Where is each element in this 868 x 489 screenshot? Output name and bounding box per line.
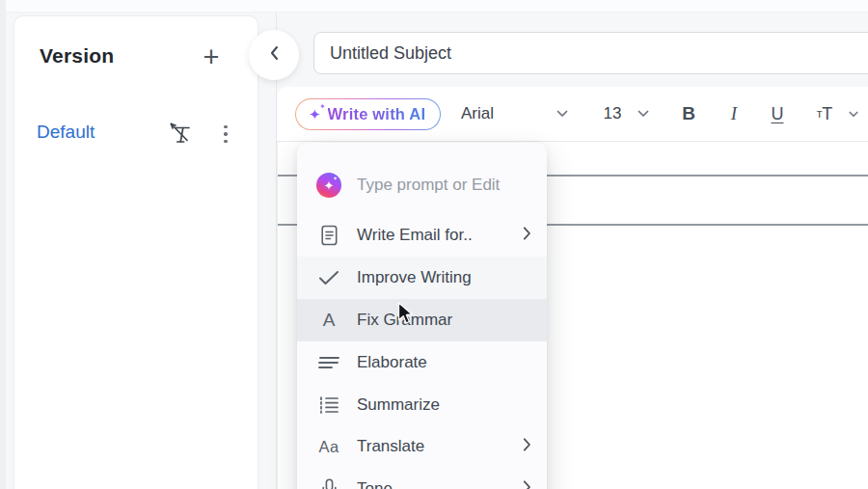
- document-icon: [316, 223, 341, 248]
- add-version-button[interactable]: +: [194, 40, 229, 74]
- sidebar-title: Version: [40, 44, 114, 68]
- version-item-label[interactable]: Default: [37, 122, 95, 143]
- sparkle-icon: ✦✦: [309, 107, 321, 122]
- rename-text-cursor-icon[interactable]: [167, 120, 194, 149]
- menu-item-elaborate[interactable]: Elaborate: [297, 341, 547, 384]
- menu-item-translate[interactable]: Aa Translate: [297, 425, 547, 468]
- italic-button[interactable]: I: [718, 87, 750, 141]
- font-family-dropdown[interactable]: Arial: [448, 87, 506, 141]
- chevron-right-icon: [523, 438, 531, 456]
- version-more-menu-icon[interactable]: [214, 121, 237, 148]
- menu-item-fix-grammar[interactable]: A Fix Grammar: [297, 299, 547, 341]
- menu-item-summarize[interactable]: Summarize: [297, 384, 547, 426]
- font-size-dropdown[interactable]: 13: [595, 87, 630, 141]
- left-gutter: [0, 0, 6, 489]
- version-list-item[interactable]: Default: [14, 113, 258, 157]
- chevron-right-icon: [523, 227, 531, 245]
- collapse-sidebar-button[interactable]: [249, 30, 299, 80]
- chevron-down-icon[interactable]: [846, 87, 861, 141]
- ai-prompt-item[interactable]: ✦✦ Type prompt or Edit: [297, 164, 547, 206]
- summary-list-icon: [316, 393, 341, 418]
- bold-button[interactable]: B: [672, 87, 705, 141]
- chevron-down-icon[interactable]: [636, 87, 651, 141]
- text-case-button[interactable]: тT: [805, 87, 844, 141]
- version-sidebar: Version + Default: [14, 15, 258, 489]
- ai-prompt-placeholder: Type prompt or Edit: [357, 176, 500, 195]
- letter-a-icon: A: [316, 308, 341, 333]
- microphone-icon: [316, 476, 341, 489]
- ai-gradient-sparkle-icon: ✦✦: [316, 173, 341, 198]
- chevron-right-icon: [523, 480, 531, 489]
- underline-button[interactable]: U: [761, 87, 794, 141]
- translate-aa-icon: Aa: [316, 434, 341, 459]
- subject-input[interactable]: [313, 32, 868, 74]
- lines-icon: [316, 350, 341, 375]
- ai-assist-menu: ✦✦ Type prompt or Edit Write Email for..…: [297, 143, 547, 489]
- menu-item-improve-writing[interactable]: Improve Writing: [297, 257, 547, 299]
- formatting-toolbar: ✦✦ Write with AI Arial 13 B I U тT: [277, 87, 868, 142]
- menu-item-tone[interactable]: Tone: [297, 468, 547, 489]
- chevron-left-icon: [269, 44, 280, 66]
- top-band: [0, 0, 868, 13]
- write-with-ai-label: Write with AI: [328, 105, 426, 123]
- chevron-down-icon[interactable]: [555, 87, 570, 141]
- check-icon: [316, 265, 341, 290]
- email-editor-screen: Version + Default: [0, 0, 868, 489]
- menu-item-write-email[interactable]: Write Email for..: [297, 214, 547, 257]
- write-with-ai-button[interactable]: ✦✦ Write with AI: [295, 98, 441, 130]
